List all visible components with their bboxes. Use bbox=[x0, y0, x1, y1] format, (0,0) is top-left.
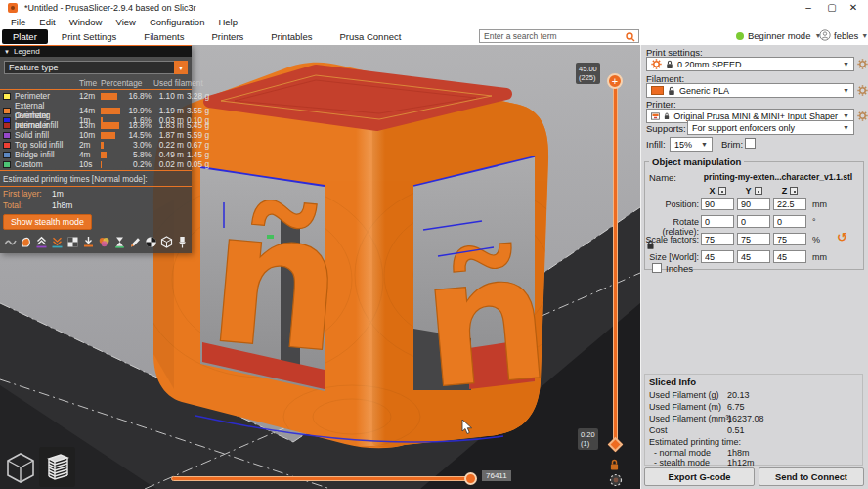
export-gcode-button[interactable]: Export G-code bbox=[644, 467, 755, 486]
sliced-info-value: 6.75 bbox=[727, 402, 745, 412]
layer-slider-track[interactable] bbox=[613, 82, 618, 446]
row-label: Rotate (relative): bbox=[645, 217, 699, 237]
rotate-relative-y-input[interactable] bbox=[737, 215, 770, 228]
feature-percentage: 3.0% bbox=[126, 140, 152, 150]
center-of-mass-icon[interactable] bbox=[144, 235, 158, 249]
layers-icon bbox=[43, 451, 72, 484]
legend-row: Custom10s0.2%0.02 m0.05 g bbox=[0, 159, 192, 169]
first-layer-value: 1m bbox=[52, 189, 64, 199]
slider-mode-icon[interactable] bbox=[609, 473, 623, 487]
scale-factors-y-input[interactable] bbox=[737, 233, 770, 245]
feature-time: 10s bbox=[79, 159, 99, 169]
layer-top-number: (225) bbox=[579, 73, 597, 82]
menu-edit[interactable]: Edit bbox=[32, 17, 62, 27]
preview-toolbar bbox=[0, 232, 192, 253]
feature-label: Solid infill bbox=[15, 130, 77, 140]
feature-color-swatch bbox=[3, 142, 11, 149]
retractions-icon[interactable] bbox=[34, 235, 49, 249]
infill-value: 15% bbox=[674, 140, 692, 150]
reset-scale-icon[interactable]: ↺ bbox=[837, 230, 847, 244]
color-changes-icon[interactable] bbox=[97, 235, 111, 249]
preview-3d-viewport[interactable]: ñ ñ ▼ Legend Feature type ▼ bbox=[0, 45, 640, 489]
tab-filaments[interactable]: Filaments bbox=[130, 29, 197, 44]
print-settings-select[interactable]: 0.20mm SPEED ▼ bbox=[646, 57, 854, 71]
feature-length: 0.22 m bbox=[153, 140, 184, 150]
travel-moves-icon[interactable] bbox=[3, 235, 18, 249]
menu-file[interactable]: File bbox=[4, 17, 32, 27]
infill-select[interactable]: 15% ▼ bbox=[670, 137, 713, 152]
send-to-connect-button[interactable]: Send to Connect bbox=[759, 467, 864, 486]
mouse-cursor bbox=[461, 420, 475, 435]
wipe-moves-icon[interactable] bbox=[19, 235, 33, 249]
show-stealth-mode-button[interactable]: Show stealth mode bbox=[3, 214, 92, 230]
size-world-y-input[interactable] bbox=[737, 250, 770, 263]
tab-print-settings[interactable]: Print Settings bbox=[48, 29, 131, 44]
menu-configuration[interactable]: Configuration bbox=[143, 17, 212, 27]
legend-header[interactable]: ▼ Legend bbox=[0, 46, 192, 57]
rotate-relative-z-input[interactable] bbox=[773, 215, 806, 228]
uniform-scale-lock-icon[interactable] bbox=[646, 240, 655, 250]
feature-weight: 0.05 g bbox=[186, 159, 209, 169]
slider-lock-icon[interactable] bbox=[609, 459, 620, 471]
editor-3d-view-button[interactable] bbox=[4, 450, 37, 485]
tool-changes-icon[interactable] bbox=[81, 235, 96, 249]
tab-printables[interactable]: Printables bbox=[257, 29, 326, 44]
print-time-mode-value: 1h12m bbox=[727, 458, 755, 467]
preview-view-button[interactable] bbox=[39, 447, 75, 487]
view-type-select[interactable]: Feature type ▼ bbox=[4, 61, 188, 74]
feature-percentage: 14.5% bbox=[126, 130, 152, 140]
close-button[interactable]: ✕ bbox=[843, 1, 864, 15]
scale-factors-z-input[interactable] bbox=[773, 233, 806, 245]
legend-row: Solid infill10m14.5%1.87 m5.59 g bbox=[0, 130, 192, 140]
move-slider-track[interactable] bbox=[171, 476, 472, 481]
size-world-z-input[interactable] bbox=[773, 250, 806, 263]
pin-legend-icon[interactable] bbox=[175, 235, 190, 249]
mode-selector[interactable]: Beginner mode ▼ bbox=[736, 30, 821, 41]
position-z-input[interactable] bbox=[773, 198, 806, 210]
sliced-info-label: Cost bbox=[649, 425, 668, 435]
rotate-relative-x-input[interactable] bbox=[701, 215, 734, 228]
edit-filament-icon[interactable] bbox=[857, 85, 868, 96]
axis-y-icon[interactable] bbox=[755, 187, 762, 195]
feature-weight: 5.45 g bbox=[186, 120, 209, 130]
move-slider-handle[interactable] bbox=[464, 472, 477, 485]
sliced-box-icon[interactable] bbox=[159, 235, 174, 249]
total-value: 1h8m bbox=[52, 200, 72, 210]
user-menu[interactable]: febles ▼ bbox=[819, 29, 868, 41]
seams-icon[interactable] bbox=[65, 235, 80, 249]
menu-window[interactable]: Window bbox=[63, 17, 109, 27]
search-icon[interactable] bbox=[626, 32, 635, 42]
position-y-input[interactable] bbox=[737, 198, 770, 210]
minimize-button[interactable]: – bbox=[798, 1, 819, 15]
sliced-info-label: Used Filament (g) bbox=[649, 390, 719, 400]
axis-header-x: X bbox=[701, 186, 734, 196]
position-x-input[interactable] bbox=[701, 198, 734, 210]
custom-gcodes-icon[interactable] bbox=[128, 235, 143, 249]
edit-print-settings-icon[interactable] bbox=[857, 59, 868, 69]
pause-prints-icon[interactable] bbox=[112, 235, 127, 249]
dropdown-arrow-icon[interactable]: ▼ bbox=[174, 61, 188, 74]
search-input[interactable] bbox=[484, 30, 621, 42]
menu-view[interactable]: View bbox=[108, 17, 142, 27]
inches-checkbox[interactable] bbox=[652, 263, 662, 273]
size-world-x-input[interactable] bbox=[701, 250, 734, 263]
tab-prusa-connect[interactable]: Prusa Connect bbox=[326, 29, 415, 44]
legend-row: Perimeter12m16.8%1.10 m3.28 g bbox=[0, 91, 192, 101]
legend-row: Internal infill13m18.8%1.83 m5.45 g bbox=[0, 120, 192, 130]
filament-select[interactable]: Generic PLA ▼ bbox=[646, 83, 854, 98]
layer-slider-top-handle[interactable]: + bbox=[607, 73, 623, 89]
tab-plater[interactable]: Plater bbox=[2, 29, 48, 44]
feature-color-swatch bbox=[3, 108, 11, 114]
menu-help[interactable]: Help bbox=[211, 17, 244, 27]
scale-factors-x-input[interactable] bbox=[701, 233, 734, 245]
deretractions-icon[interactable] bbox=[50, 235, 65, 249]
edit-printer-icon[interactable] bbox=[857, 111, 868, 121]
tab-printers[interactable]: Printers bbox=[198, 29, 258, 44]
axis-z-icon[interactable] bbox=[790, 187, 798, 195]
axis-x-icon[interactable] bbox=[718, 187, 726, 195]
user-name: febles bbox=[834, 30, 858, 41]
supports-select[interactable]: For support enforcers only ▼ bbox=[687, 120, 854, 135]
brim-checkbox[interactable] bbox=[745, 138, 756, 149]
maximize-button[interactable]: ▢ bbox=[821, 1, 843, 15]
layer-top-height: 45.00 bbox=[579, 65, 597, 73]
